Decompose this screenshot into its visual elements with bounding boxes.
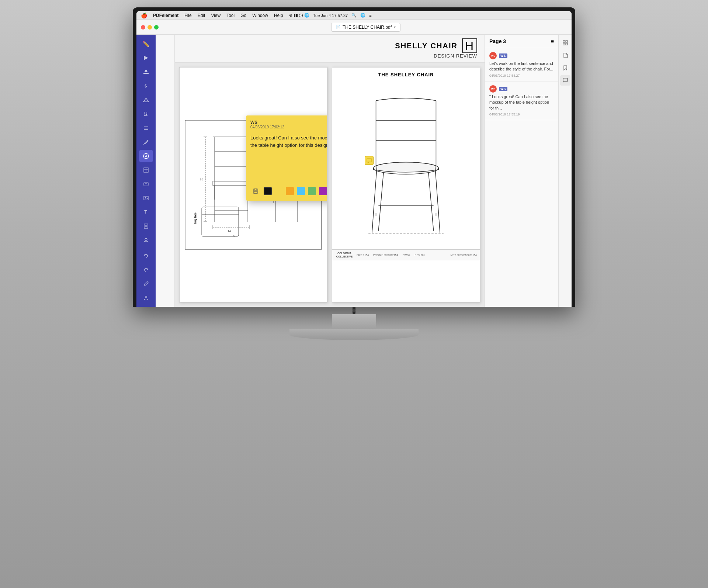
- svg-rect-95: [566, 43, 568, 45]
- right-icon-comments[interactable]: [560, 75, 570, 86]
- tool-arrow[interactable]: [139, 52, 153, 64]
- color-purple[interactable]: [319, 187, 327, 195]
- color-green[interactable]: [308, 187, 316, 195]
- tab-dropdown-icon[interactable]: ▾: [394, 25, 396, 29]
- title-bar: 📄 THE SHELLY CHAIR.pdf ▾: [136, 20, 572, 35]
- menu-go[interactable]: Go: [240, 13, 246, 18]
- minimize-button[interactable]: [148, 25, 152, 30]
- doc-subtitle: DESIGN REVIEW: [395, 53, 477, 59]
- svg-rect-15: [144, 182, 148, 186]
- menu-bar: 🍎 PDFelement File Edit View Tool Go Wind…: [136, 11, 572, 20]
- svg-text:A: A: [145, 154, 148, 158]
- menu-tool[interactable]: Tool: [226, 13, 235, 18]
- svg-line-80: [372, 166, 377, 233]
- tool-form[interactable]: [139, 178, 153, 190]
- tool-pages[interactable]: [139, 220, 153, 232]
- maximize-button[interactable]: [154, 25, 159, 30]
- right-icon-doc[interactable]: [560, 50, 570, 60]
- close-button[interactable]: [141, 25, 145, 30]
- tool-sidebar: [156, 35, 175, 307]
- tool-brush[interactable]: [139, 277, 153, 290]
- svg-text:6: 6: [233, 235, 235, 238]
- comments-panel: Page 3 ≡ WS WS Let's work on the first s…: [485, 35, 558, 307]
- comment-item-1[interactable]: WS WS Let's work on the first sentence a…: [485, 48, 558, 82]
- app-name[interactable]: PDFelement: [153, 13, 178, 18]
- menu-bar-list[interactable]: ≡: [369, 13, 371, 18]
- menu-window[interactable]: Window: [252, 13, 268, 18]
- sticky-note-text[interactable]: Looks great! Can I also see the mockup o…: [250, 134, 327, 164]
- svg-rect-92: [563, 41, 565, 42]
- pdf-page-2[interactable]: THE SHELLEY CHAIR: [332, 67, 480, 302]
- comments-header: Page 3 ≡: [485, 35, 558, 48]
- menu-bar-search[interactable]: 🔍: [351, 13, 357, 18]
- list-icon[interactable]: ≡: [551, 38, 554, 44]
- tool-pen[interactable]: ✏️: [139, 38, 153, 50]
- svg-text:WS: WS: [491, 55, 496, 57]
- sticky-note-popup[interactable]: WS 04/06/2019 17:02:12 × Looks great! Ca…: [246, 115, 327, 201]
- svg-rect-7: [144, 127, 148, 127]
- menu-view[interactable]: View: [211, 13, 221, 18]
- svg-rect-2: [145, 70, 147, 72]
- comment-item-2[interactable]: WS WS " Looks great! Can I also see the …: [485, 82, 558, 120]
- svg-rect-20: [144, 224, 148, 228]
- company-logo: H: [462, 38, 477, 53]
- svg-rect-98: [563, 78, 568, 82]
- svg-point-23: [145, 238, 147, 241]
- svg-line-79: [428, 173, 434, 231]
- comment-text-2: " Looks great! Can I also see the mockup…: [489, 94, 554, 111]
- tool-pencil2[interactable]: [139, 136, 153, 148]
- comment-badge-1: WS: [499, 53, 507, 58]
- menu-file[interactable]: File: [184, 13, 191, 18]
- svg-text:14: 14: [228, 229, 231, 233]
- monitor-stand-base: [289, 329, 419, 340]
- svg-line-81: [435, 166, 440, 233]
- annotation-icon-2[interactable]: [365, 156, 374, 165]
- svg-text:$: $: [145, 84, 147, 88]
- comment-time-1: 04/06/2019 17:54:27: [489, 74, 554, 77]
- tool-undo[interactable]: [139, 249, 153, 262]
- svg-rect-70: [254, 191, 257, 193]
- menu-help[interactable]: Help: [274, 13, 283, 18]
- right-icon-bookmark[interactable]: [560, 63, 570, 73]
- sticky-note-toolbar: [250, 186, 327, 196]
- tool-list[interactable]: [139, 122, 153, 134]
- pdf-page-1[interactable]: 36 14 12: [179, 67, 327, 302]
- color-orange[interactable]: [286, 187, 294, 195]
- tool-person[interactable]: [139, 291, 153, 304]
- page-label: Page 3: [489, 38, 506, 44]
- svg-rect-94: [563, 43, 565, 45]
- menu-bar-icons: ⊕ ▮▮ ))) 🌐: [289, 13, 309, 18]
- tool-table[interactable]: [139, 164, 153, 176]
- svg-rect-1: [144, 72, 148, 72]
- tool-currency[interactable]: $: [139, 80, 153, 92]
- sticky-note-date: 04/06/2019 17:02:12: [250, 125, 284, 129]
- tool-text[interactable]: T: [139, 206, 153, 218]
- menu-bar-time: Tue Jun 4 17:57:37: [313, 13, 348, 18]
- right-icon-grid[interactable]: [560, 38, 570, 48]
- svg-text:long lines: long lines: [194, 212, 197, 224]
- note-tool-save[interactable]: [250, 186, 261, 196]
- svg-line-78: [378, 173, 384, 231]
- tool-underline[interactable]: U: [139, 108, 153, 120]
- window-controls: [141, 25, 159, 30]
- file-tab[interactable]: 📄 THE SHELLY CHAIR.pdf ▾: [331, 23, 400, 32]
- color-blue[interactable]: [297, 187, 305, 195]
- color-yellow[interactable]: [275, 187, 283, 195]
- menu-edit[interactable]: Edit: [198, 13, 205, 18]
- comment-text-1: Let's work on the first sentence and des…: [489, 61, 554, 72]
- svg-text:T: T: [144, 209, 147, 215]
- tool-redo[interactable]: [139, 263, 153, 276]
- tool-user[interactable]: [139, 234, 153, 246]
- tool-annotation[interactable]: A: [139, 150, 153, 162]
- menu-bar-globe[interactable]: 🌐: [360, 13, 365, 18]
- apple-menu[interactable]: 🍎: [141, 13, 147, 18]
- monitor-chin: [353, 307, 355, 314]
- tool-image[interactable]: [139, 192, 153, 204]
- pdf-header: SHELLY CHAIR H DESIGN REVIEW: [175, 35, 485, 63]
- color-black[interactable]: [264, 187, 272, 195]
- svg-marker-5: [143, 98, 149, 102]
- tool-send[interactable]: [139, 94, 153, 106]
- tool-stamp[interactable]: [139, 66, 153, 78]
- svg-rect-9: [144, 129, 148, 130]
- monitor-stand-neck: [332, 314, 376, 329]
